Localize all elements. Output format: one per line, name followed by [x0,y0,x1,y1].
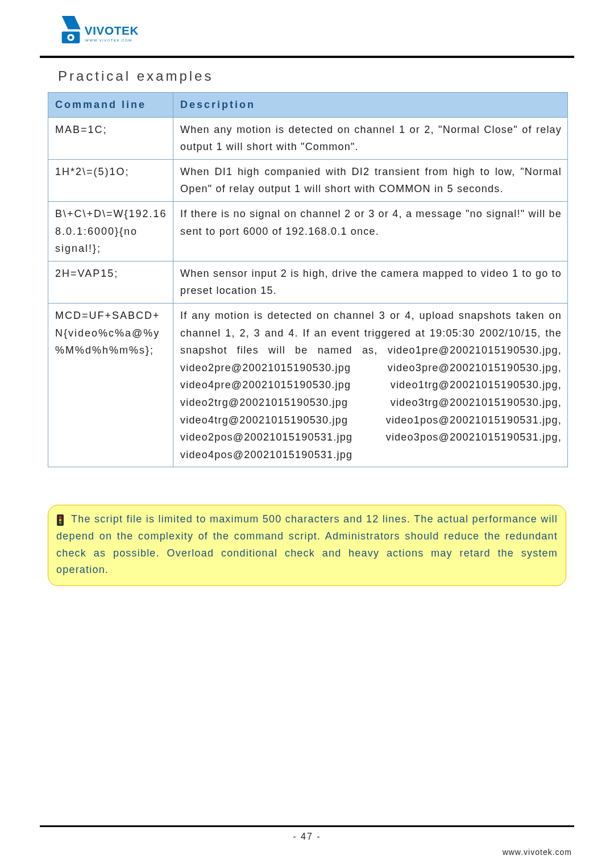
svg-text:WWW.VIVOTEK.COM: WWW.VIVOTEK.COM [85,38,132,42]
cell-desc: When any motion is detected on channel 1… [173,117,568,159]
svg-point-6 [59,516,62,518]
note-text: The script file is limited to maximum 50… [56,513,558,575]
table-row: MAB=1C; When any motion is detected on c… [48,117,568,159]
table-row: 2H=VAP15; When sensor input 2 is high, d… [48,261,568,303]
cell-cmd: 2H=VAP15; [48,261,173,303]
cell-desc: If any motion is detected on channel 3 o… [173,303,568,467]
footer-rule [40,825,574,827]
note-box: The script file is limited to maximum 50… [48,505,566,586]
footer-url: www.vivotek.com [503,848,572,857]
svg-point-8 [59,521,62,524]
cell-cmd: MAB=1C; [48,117,173,159]
table-row: MCD=UF+SABCD+N{video%c%a@%y%M%d%h%m%s}; … [48,303,568,467]
cell-cmd: B\+C\+D\=W{192.168.0.1:6000}{no signal!}… [48,201,173,261]
cell-desc: When sensor input 2 is high, drive the c… [173,261,568,303]
table-row: B\+C\+D\=W{192.168.0.1:6000}{no signal!}… [48,201,568,261]
header-command-line: Command line [48,93,173,118]
vivotek-logo: VIVOTEK WWW.VIVOTEK.COM [57,16,159,51]
header-rule [40,56,574,58]
examples-table: Command line Description MAB=1C; When an… [48,92,568,467]
page: VIVOTEK WWW.VIVOTEK.COM Practical exampl… [0,0,614,868]
cell-desc: When DI1 high companied with DI2 transie… [173,159,568,201]
cell-desc: If there is no signal on channel 2 or 3 … [173,201,568,261]
page-number: - 47 - [0,832,614,842]
traffic-light-icon [56,514,64,526]
logo-wrap: VIVOTEK WWW.VIVOTEK.COM [57,16,574,51]
svg-point-2 [69,36,73,39]
section-title: Practical examples [58,68,574,84]
cell-cmd: MCD=UF+SABCD+N{video%c%a@%y%M%d%h%m%s}; [48,303,173,467]
header-description: Description [173,93,568,118]
table-row: 1H*2\=(5)1O; When DI1 high companied wit… [48,159,568,201]
svg-point-7 [59,518,62,521]
table-header-row: Command line Description [48,93,568,118]
cell-cmd: 1H*2\=(5)1O; [48,159,173,201]
svg-text:VIVOTEK: VIVOTEK [85,24,139,37]
